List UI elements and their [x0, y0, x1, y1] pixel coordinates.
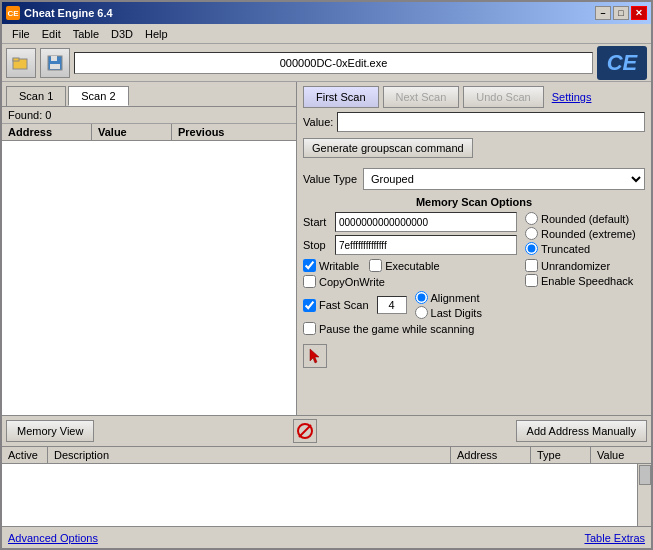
table-extras-link[interactable]: Table Extras: [578, 530, 651, 546]
truncated-radio[interactable]: [525, 242, 538, 255]
svg-rect-4: [50, 64, 60, 69]
close-button[interactable]: ✕: [631, 6, 647, 20]
left-panel: Scan 1 Scan 2 Found: 0 Address Value: [2, 82, 297, 415]
last-digits-radio[interactable]: [415, 306, 428, 319]
stop-input[interactable]: [335, 235, 517, 255]
rounded-extreme-radio[interactable]: [525, 227, 538, 240]
menu-file[interactable]: File: [6, 26, 36, 42]
results-body[interactable]: [2, 141, 296, 410]
alignment-radio[interactable]: [415, 291, 428, 304]
right-radio-options: Rounded (default) Rounded (extreme) Trun…: [525, 212, 645, 338]
col-address[interactable]: Address: [2, 124, 92, 140]
settings-link[interactable]: Settings: [552, 91, 592, 103]
start-input[interactable]: [335, 212, 517, 232]
logo-text: CE: [607, 50, 638, 76]
al-col-active[interactable]: Active: [2, 447, 48, 463]
maximize-button[interactable]: □: [613, 6, 629, 20]
start-label: Start: [303, 216, 331, 228]
address-list-header: Active Description Address Type Value: [2, 446, 651, 464]
truncated-label[interactable]: Truncated: [525, 242, 645, 255]
process-address-bar[interactable]: 000000DC-0xEdit.exe: [74, 52, 593, 74]
scroll-thumb[interactable]: [639, 465, 651, 485]
copyonwrite-label[interactable]: CopyOnWrite: [303, 275, 385, 288]
value-type-select[interactable]: Grouped Byte 2 Bytes 4 Bytes 8 Bytes Flo…: [363, 168, 645, 190]
right-panel: First Scan Next Scan Undo Scan Settings …: [297, 82, 651, 415]
address-list: Active Description Address Type Value: [2, 446, 651, 526]
al-col-address[interactable]: Address: [451, 447, 531, 463]
last-digits-label[interactable]: Last Digits: [415, 306, 482, 319]
value-input[interactable]: [337, 112, 645, 132]
ce-logo: CE: [597, 46, 647, 80]
col-previous[interactable]: Previous: [172, 124, 296, 140]
start-row: Start: [303, 212, 517, 232]
app-icon: CE: [6, 6, 20, 20]
generate-btn-container: Generate groupscan command: [303, 138, 645, 162]
value-type-row: Value Type Grouped Byte 2 Bytes 4 Bytes …: [303, 168, 645, 190]
fast-scan-checkbox[interactable]: [303, 299, 316, 312]
dissect-row: [303, 344, 645, 368]
memory-view-button[interactable]: Memory View: [6, 420, 94, 442]
results-table: Address Value Previous: [2, 124, 296, 415]
add-address-manually-button[interactable]: Add Address Manually: [516, 420, 647, 442]
unrandomizer-label[interactable]: Unrandomizer: [525, 259, 645, 272]
advanced-options-link[interactable]: Advanced Options: [2, 530, 104, 546]
rounded-default-label[interactable]: Rounded (default): [525, 212, 645, 225]
bottom-action-bar: Memory View Add Address Manually: [2, 415, 651, 446]
pause-game-label[interactable]: Pause the game while scanning: [303, 322, 474, 335]
next-scan-button[interactable]: Next Scan: [383, 86, 460, 108]
menu-edit[interactable]: Edit: [36, 26, 67, 42]
menu-bar: File Edit Table D3D Help: [2, 24, 651, 44]
dissect-button[interactable]: [303, 344, 327, 368]
title-bar: CE Cheat Engine 6.4 – □ ✕: [2, 2, 651, 24]
stop-label: Stop: [303, 239, 331, 251]
tab-scan1[interactable]: Scan 1: [6, 86, 66, 106]
unrandomizer-checkbox[interactable]: [525, 259, 538, 272]
scan-options-container: Start Stop Writable: [303, 212, 645, 338]
al-col-description[interactable]: Description: [48, 447, 451, 463]
found-count: Found: 0: [8, 109, 51, 121]
speedhack-checkbox[interactable]: [525, 274, 538, 287]
address-list-body[interactable]: [2, 464, 651, 526]
first-scan-button[interactable]: First Scan: [303, 86, 379, 108]
pause-game-checkbox[interactable]: [303, 322, 316, 335]
al-col-value[interactable]: Value: [591, 447, 651, 463]
tab-scan2[interactable]: Scan 2: [68, 86, 128, 106]
fast-scan-value[interactable]: [377, 296, 407, 314]
writable-label[interactable]: Writable: [303, 259, 359, 272]
results-header: Address Value Previous: [2, 124, 296, 141]
executable-checkbox[interactable]: [369, 259, 382, 272]
rounded-default-radio[interactable]: [525, 212, 538, 225]
pause-row: Pause the game while scanning: [303, 322, 517, 335]
undo-scan-button[interactable]: Undo Scan: [463, 86, 543, 108]
copyonwrite-checkbox[interactable]: [303, 275, 316, 288]
alignment-label[interactable]: Alignment: [415, 291, 482, 304]
title-buttons: – □ ✕: [595, 6, 647, 20]
footer: Advanced Options Table Extras: [2, 526, 651, 548]
speedhack-label[interactable]: Enable Speedhack: [525, 274, 645, 287]
al-col-type[interactable]: Type: [531, 447, 591, 463]
generate-groupscan-button[interactable]: Generate groupscan command: [303, 138, 473, 158]
writable-checkbox[interactable]: [303, 259, 316, 272]
menu-help[interactable]: Help: [139, 26, 174, 42]
minimize-button[interactable]: –: [595, 6, 611, 20]
stop-icon: [296, 422, 314, 440]
fast-scan-label[interactable]: Fast Scan: [303, 299, 369, 312]
checkbox-row1: Writable Executable: [303, 259, 517, 272]
col-value[interactable]: Value: [92, 124, 172, 140]
menu-d3d[interactable]: D3D: [105, 26, 139, 42]
content-area: Scan 1 Scan 2 Found: 0 Address Value: [2, 82, 651, 415]
scrollbar[interactable]: [637, 464, 651, 526]
main-window: CE Cheat Engine 6.4 – □ ✕ File Edit Tabl…: [0, 0, 653, 550]
stop-row: Stop: [303, 235, 517, 255]
toolbar-save-button[interactable]: [40, 48, 70, 78]
found-bar: Found: 0: [2, 107, 296, 124]
menu-table[interactable]: Table: [67, 26, 105, 42]
open-icon: [12, 54, 30, 72]
rounded-extreme-label[interactable]: Rounded (extreme): [525, 227, 645, 240]
value-row: Value:: [303, 112, 645, 132]
window-title: Cheat Engine 6.4: [24, 7, 113, 19]
memory-scan-options-label: Memory Scan Options: [303, 196, 645, 208]
executable-label[interactable]: Executable: [369, 259, 439, 272]
toolbar-open-button[interactable]: [6, 48, 36, 78]
stop-button[interactable]: [293, 419, 317, 443]
